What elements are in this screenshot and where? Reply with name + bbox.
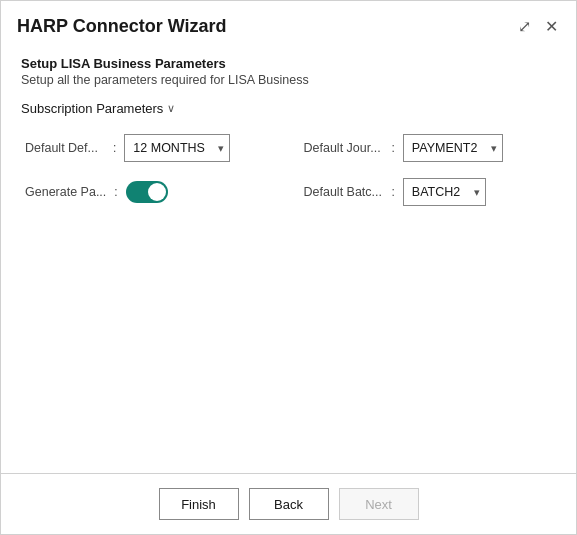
generate-pa-toggle[interactable]	[126, 181, 168, 203]
main-content: Setup LISA Business Parameters Setup all…	[1, 48, 576, 340]
dialog-title: HARP Connector Wizard	[17, 16, 227, 37]
generate-pa-row: Generate Pa... :	[25, 178, 274, 206]
harp-connector-wizard: HARP Connector Wizard ⤢ ✕ Setup LISA Bus…	[0, 0, 577, 535]
subscription-parameters-header[interactable]: Subscription Parameters ∨	[21, 101, 556, 116]
default-def-select[interactable]: 12 MONTHS 6 MONTHS 24 MONTHS	[124, 134, 230, 162]
back-button[interactable]: Back	[249, 488, 329, 520]
default-jour-select[interactable]: PAYMENT2 PAYMENT1 PAYMENT3	[403, 134, 503, 162]
expand-button[interactable]: ⤢	[516, 15, 533, 38]
expand-icon: ⤢	[518, 17, 531, 36]
title-bar: HARP Connector Wizard ⤢ ✕	[1, 1, 576, 48]
section-title: Setup LISA Business Parameters	[21, 56, 556, 71]
next-button[interactable]: Next	[339, 488, 419, 520]
default-batch-select-wrapper[interactable]: BATCH2 BATCH1 BATCH3	[403, 178, 486, 206]
title-actions: ⤢ ✕	[516, 15, 560, 38]
close-icon: ✕	[545, 17, 558, 36]
default-jour-select-wrapper[interactable]: PAYMENT2 PAYMENT1 PAYMENT3	[403, 134, 503, 162]
subsection-label: Subscription Parameters	[21, 101, 163, 116]
params-grid: Default Def... : 12 MONTHS 6 MONTHS 24 M…	[21, 134, 556, 206]
default-def-row: Default Def... : 12 MONTHS 6 MONTHS 24 M…	[25, 134, 274, 162]
separator-4: :	[392, 185, 395, 199]
default-def-label: Default Def...	[25, 141, 105, 155]
default-batch-row: Default Batc... : BATCH2 BATCH1 BATCH3	[304, 178, 553, 206]
default-batch-select[interactable]: BATCH2 BATCH1 BATCH3	[403, 178, 486, 206]
separator-3: :	[114, 185, 117, 199]
section-desc: Setup all the parameters required for LI…	[21, 73, 556, 87]
close-button[interactable]: ✕	[543, 15, 560, 38]
toggle-slider	[126, 181, 168, 203]
separator-1: :	[113, 141, 116, 155]
default-jour-row: Default Jour... : PAYMENT2 PAYMENT1 PAYM…	[304, 134, 553, 162]
default-batch-label: Default Batc...	[304, 185, 384, 199]
finish-button[interactable]: Finish	[159, 488, 239, 520]
generate-pa-label: Generate Pa...	[25, 185, 106, 199]
default-def-select-wrapper[interactable]: 12 MONTHS 6 MONTHS 24 MONTHS	[124, 134, 230, 162]
default-jour-label: Default Jour...	[304, 141, 384, 155]
chevron-down-icon: ∨	[167, 102, 175, 115]
footer: Finish Back Next	[1, 473, 576, 534]
separator-2: :	[392, 141, 395, 155]
